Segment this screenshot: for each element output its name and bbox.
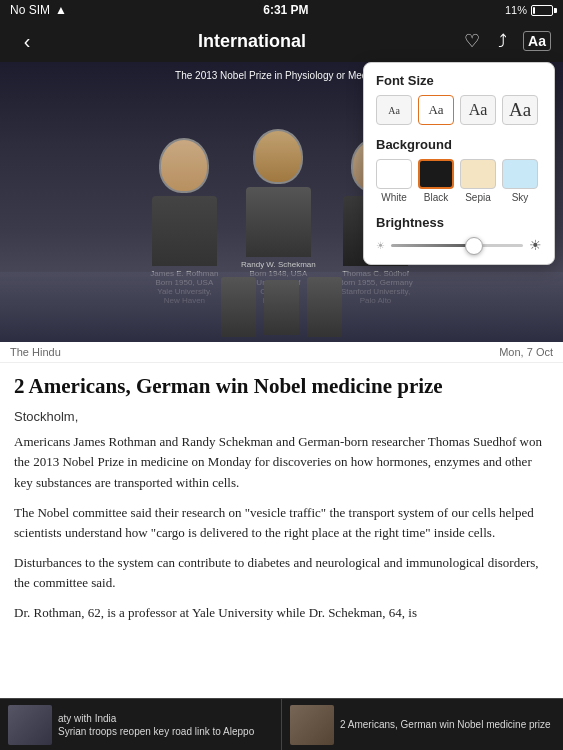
paragraph-2: The Nobel committee said their research … <box>14 503 549 543</box>
battery-icon <box>531 5 553 16</box>
brightness-low-icon: ☀ <box>376 240 385 251</box>
brightness-title: Brightness <box>376 215 542 230</box>
brightness-section: Brightness ☀ ☀ <box>376 215 542 254</box>
bg-black[interactable]: Black <box>418 159 454 203</box>
audience-3 <box>307 277 342 337</box>
bg-sky[interactable]: Sky <box>502 159 538 203</box>
back-button[interactable]: ‹ <box>12 30 42 53</box>
page-title: International <box>42 31 462 52</box>
bg-swatch-white <box>376 159 412 189</box>
status-right: 11% <box>505 4 553 16</box>
source-bar: The Hindu Mon, 7 Oct <box>0 342 563 363</box>
bg-label-sepia: Sepia <box>465 192 491 203</box>
background-row: White Black Sepia Sky <box>376 159 542 203</box>
status-left: No SIM ▲ <box>10 3 67 17</box>
thumb-bg-2 <box>290 705 334 745</box>
brightness-slider[interactable] <box>391 244 523 247</box>
bg-label-black: Black <box>424 192 448 203</box>
font-size-row: Aa Aa Aa Aa <box>376 95 542 125</box>
battery-percent: 11% <box>505 4 527 16</box>
bg-sepia[interactable]: Sepia <box>460 159 496 203</box>
article-headline: 2 Americans, German win Nobel medicine p… <box>14 373 549 399</box>
source-name: The Hindu <box>10 346 61 358</box>
font-size-large[interactable]: Aa <box>460 95 496 125</box>
nav-bar: ‹ International ♡ ⤴ Aa <box>0 20 563 62</box>
paragraph-4: Dr. Rothman, 62, is a professor at Yale … <box>14 603 549 623</box>
bg-white[interactable]: White <box>376 159 412 203</box>
settings-panel: Font Size Aa Aa Aa Aa Background White B… <box>363 62 555 265</box>
paragraph-1: Americans James Rothman and Randy Schekm… <box>14 432 549 492</box>
bottom-item-1[interactable]: aty with India Syrian troops reopen key … <box>0 699 282 750</box>
article-content: 2 Americans, German win Nobel medicine p… <box>0 363 563 697</box>
bottom-thumb-2 <box>290 705 334 745</box>
bottom-bar: aty with India Syrian troops reopen key … <box>0 698 563 750</box>
bottom-thumb-1 <box>8 705 52 745</box>
font-size-medium[interactable]: Aa <box>418 95 454 125</box>
paragraph-3: Disturbances to the system can contribut… <box>14 553 549 593</box>
audience-1 <box>221 277 256 337</box>
article-date: Mon, 7 Oct <box>499 346 553 358</box>
person-head-1 <box>159 138 209 193</box>
font-size-button[interactable]: Aa <box>523 31 551 51</box>
bg-swatch-black <box>418 159 454 189</box>
nav-actions: ♡ ⤴ Aa <box>462 28 551 54</box>
font-size-title: Font Size <box>376 73 542 88</box>
wifi-icon: ▲ <box>55 3 67 17</box>
bottom-text-1: aty with India Syrian troops reopen key … <box>58 712 254 738</box>
font-size-xlarge[interactable]: Aa <box>502 95 538 125</box>
person-head-2 <box>253 129 303 184</box>
font-size-small[interactable]: Aa <box>376 95 412 125</box>
article-dateline: Stockholm, <box>14 409 549 424</box>
bottom-text-2: 2 Americans, German win Nobel medicine p… <box>340 718 551 731</box>
person-body-2 <box>246 187 311 257</box>
background-title: Background <box>376 137 542 152</box>
image-caption: The 2013 Nobel Prize in Physiology or Me… <box>175 70 388 81</box>
background-audience <box>0 272 563 342</box>
bottom-item-2[interactable]: 2 Americans, German win Nobel medicine p… <box>282 699 563 750</box>
carrier-label: No SIM <box>10 3 50 17</box>
bg-swatch-sky <box>502 159 538 189</box>
bg-swatch-sepia <box>460 159 496 189</box>
status-bar: No SIM ▲ 6:31 PM 11% <box>0 0 563 20</box>
brightness-slider-row: ☀ ☀ <box>376 237 542 254</box>
share-button[interactable]: ⤴ <box>496 29 509 54</box>
audience-2 <box>264 280 299 335</box>
article-body: Americans James Rothman and Randy Schekm… <box>14 432 549 623</box>
brightness-high-icon: ☀ <box>529 237 542 254</box>
person-body-1 <box>152 196 217 266</box>
bg-label-sky: Sky <box>512 192 529 203</box>
clock: 6:31 PM <box>263 3 308 17</box>
thumb-bg-1 <box>8 705 52 745</box>
bg-label-white: White <box>381 192 407 203</box>
heart-button[interactable]: ♡ <box>462 28 482 54</box>
